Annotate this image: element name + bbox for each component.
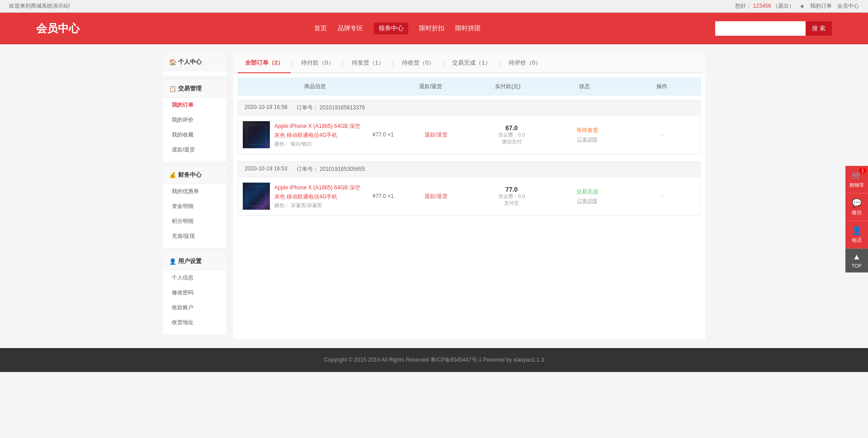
sidebar: 🏠 个人中心 📋 交易管理 我的订单 我的评价 我的收藏 退款/退货 💰 财务中…	[163, 53, 226, 339]
tab-pending-payment[interactable]: 待付款（0）	[294, 53, 341, 73]
product-image-2	[243, 183, 270, 210]
sidebar-item-address[interactable]: 收货地址	[163, 315, 226, 330]
nav-home[interactable]: 首页	[314, 24, 327, 33]
tab-all-orders[interactable]: 全部订单（2）	[238, 53, 291, 73]
order-group-1: 2020-10-19 16:58 订单号： 201019165813376 Ap…	[238, 100, 701, 154]
product-price-qty-2: ¥77.0 ×1	[373, 193, 394, 199]
header-amount: 实付款(元)	[469, 83, 546, 90]
my-orders-link[interactable]: 我的订单	[810, 2, 832, 10]
order-product-2: Apple iPhone X (A1865) 64GB 深空灰色 移动联通电信4…	[238, 183, 398, 210]
float-wechat[interactable]: 💬 微信	[845, 193, 868, 221]
sidebar-item-profile[interactable]: 个人信息	[163, 270, 226, 285]
header-refund: 退款/退货	[392, 83, 469, 90]
sidebar-item-my-reviews[interactable]: 我的评价	[163, 113, 226, 127]
search-bar: 搜 索	[715, 21, 832, 36]
tab-pending-receipt[interactable]: 待收货（0）	[395, 53, 442, 73]
product-attr-1: 颜色： 银白/银白	[274, 141, 364, 147]
wechat-label: 微信	[852, 209, 862, 216]
sidebar-item-recharge[interactable]: 充值/提现	[163, 229, 226, 244]
sidebar-item-payment-account[interactable]: 收款账户	[163, 300, 226, 315]
float-cart[interactable]: 🛒 购物车 1	[845, 166, 868, 193]
user-icon: 👤	[169, 258, 176, 265]
float-phone[interactable]: 👤 电话	[845, 221, 868, 249]
tab-pending-review[interactable]: 待评价（0）	[501, 53, 548, 73]
product-info-2: Apple iPhone X (A1865) 64GB 深空灰色 移动联通电信4…	[274, 184, 364, 208]
sidebar-section-personal: 🏠 个人中心	[163, 53, 226, 75]
header-action: 操作	[623, 83, 700, 90]
sidebar-title-settings: 👤 用户设置	[163, 253, 226, 270]
sidebar-item-my-favorites[interactable]: 我的收藏	[163, 127, 226, 142]
order-refund-1: 退款/退货	[398, 131, 474, 139]
order-amount-1: 67.0 含运费：0.0 微信支付	[474, 124, 549, 145]
phone-icon: 👤	[852, 226, 862, 235]
order-tabs: 全部订单（2） | 待付款（0） | 待发货（1） | 待收货（0） | 交易完…	[233, 53, 705, 73]
product-name-1: Apple iPhone X (A1865) 64GB 深空灰色 移动联通电信4…	[274, 122, 364, 139]
service-label: 电话	[852, 237, 862, 244]
nav-discount[interactable]: 限时折扣	[419, 24, 444, 33]
username-text: 123456	[753, 3, 771, 9]
header-status: 状态	[546, 83, 623, 90]
amount-pay-2: 支付宝	[474, 200, 549, 207]
product-info-1: Apple iPhone X (A1865) 64GB 深空灰色 移动联通电信4…	[274, 122, 364, 147]
order-refund-2: 退款/退货	[398, 193, 474, 200]
footer: Copyright © 2015-2019 All Rights Reserve…	[0, 348, 868, 372]
header-product: 商品信息	[238, 83, 392, 90]
logout-link[interactable]: （退出）	[773, 3, 794, 9]
product-name-link-2[interactable]: Apple iPhone X (A1865) 64GB 深空灰色 移动联通电信4…	[274, 184, 360, 199]
trade-icon: 📋	[169, 85, 176, 92]
sidebar-section-settings: 👤 用户设置 个人信息 修改密码 收款账户 收货地址	[163, 253, 226, 334]
sidebar-item-my-orders[interactable]: 我的订单	[163, 98, 226, 113]
content-area: 全部订单（2） | 待付款（0） | 待发货（1） | 待收货（0） | 交易完…	[233, 53, 705, 339]
order-time-1: 2020-10-19 16:58	[245, 104, 288, 112]
order-group-2: 2020-10-19 16:53 订单号： 201019165305655 Ap…	[238, 161, 701, 216]
order-status-1: 等待发货 订单详情	[549, 127, 625, 143]
order-no-label-2: 订单号： 201019165305655	[297, 165, 365, 173]
order-no-label-1: 订单号： 201019165813376	[297, 104, 365, 112]
product-name-link-1[interactable]: Apple iPhone X (A1865) 64GB 深空灰色 移动联通电信4…	[274, 123, 360, 138]
top-arrow-icon: ▲	[853, 252, 861, 262]
order-action-2: -	[625, 193, 700, 199]
logo: 会员中心	[36, 21, 80, 36]
member-center-link[interactable]: 会员中心	[837, 2, 859, 10]
nav-group[interactable]: 限时拼团	[455, 24, 481, 33]
status-text-2: 交易完成	[549, 188, 625, 196]
refund-link-2[interactable]: 退款/退货	[425, 193, 448, 199]
amount-main-1: 67.0	[474, 124, 549, 132]
star-icon: ★	[800, 3, 805, 9]
amount-discount-1: 含运费：0.0	[474, 132, 549, 138]
order-detail-link-2[interactable]: 订单详情	[549, 198, 625, 204]
sidebar-item-fund-detail[interactable]: 资金明细	[163, 199, 226, 214]
sidebar-item-refund[interactable]: 退款/退货	[163, 142, 226, 157]
product-thumbnail-2	[243, 183, 270, 210]
float-top[interactable]: ▲ TOP	[845, 249, 868, 273]
sidebar-title-trade: 📋 交易管理	[163, 80, 226, 98]
sidebar-item-points-detail[interactable]: 积分明细	[163, 214, 226, 229]
order-product-1: Apple iPhone X (A1865) 64GB 深空灰色 移动联通电信4…	[238, 121, 398, 148]
search-input[interactable]	[715, 21, 806, 36]
top-bar-right: 您好： 123456 （退出） ★ 我的订单 会员中心	[735, 2, 859, 10]
product-attr-2: 颜色： 深邃黑/深邃黑	[274, 202, 364, 209]
main-nav: 首页 品牌专区 领券中心 限时折扣 限时拼团	[314, 23, 481, 34]
float-cart-wrap: 🛒 购物车 1	[845, 166, 868, 193]
order-action-1: -	[625, 132, 700, 138]
refund-link-1[interactable]: 退款/退货	[425, 132, 448, 138]
sidebar-section-finance: 💰 财务中心 我的优惠券 资金明细 积分明细 充值/提现	[163, 166, 226, 248]
search-button[interactable]: 搜 索	[806, 21, 832, 36]
sidebar-item-coupons[interactable]: 我的优惠券	[163, 184, 226, 199]
welcome-text: 欢迎来到商城系统演示站!	[9, 2, 70, 10]
nav-coupon[interactable]: 领券中心	[374, 23, 408, 34]
footer-text: Copyright © 2015-2019 All Rights Reserve…	[324, 357, 544, 363]
sidebar-section-trade: 📋 交易管理 我的订单 我的评价 我的收藏 退款/退货	[163, 80, 226, 162]
cart-label: 购物车	[849, 182, 864, 188]
sidebar-item-change-password[interactable]: 修改密码	[163, 285, 226, 300]
tab-pending-shipment[interactable]: 待发货（1）	[344, 53, 392, 73]
order-detail-link-1[interactable]: 订单详情	[549, 136, 625, 143]
order-row-1: Apple iPhone X (A1865) 64GB 深空灰色 移动联通电信4…	[238, 115, 700, 154]
order-status-2: 交易完成 订单详情	[549, 188, 625, 204]
wechat-icon: 💬	[852, 198, 862, 208]
top-bar: 欢迎来到商城系统演示站! 您好： 123456 （退出） ★ 我的订单 会员中心	[0, 0, 868, 13]
tab-completed[interactable]: 交易完成（1）	[445, 53, 498, 73]
product-thumbnail-1	[243, 121, 270, 148]
amount-main-2: 77.0	[474, 186, 549, 193]
nav-brand[interactable]: 品牌专区	[338, 24, 363, 33]
